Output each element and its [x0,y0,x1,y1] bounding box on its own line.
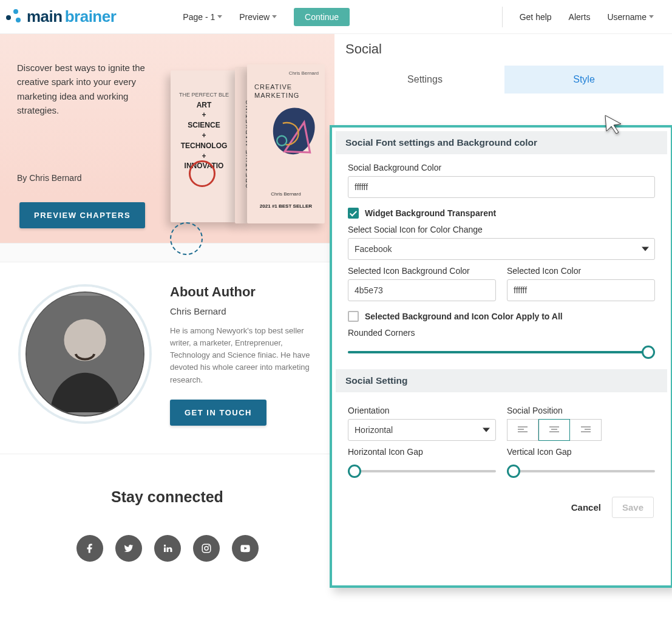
get-help-link[interactable]: Get help [520,12,552,22]
svg-point-5 [208,545,209,547]
transparent-label: Widget Background Transparent [365,208,496,218]
align-right-icon [581,426,591,434]
align-center-button[interactable] [538,419,570,441]
tab-style[interactable]: Style [504,66,664,94]
topbar: mainbrainer Page - 1 Preview Continue Ge… [0,0,672,34]
book-front: Chris Bernard CREATIVE MARKETING Chris B… [247,64,325,223]
abstract-art-icon [270,103,319,158]
vgap-slider[interactable] [507,465,655,477]
panel-actions: Cancel Save [336,488,667,526]
preview-canvas: Discover best ways to ignite the creativ… [0,34,334,562]
twitter-icon[interactable] [115,535,142,562]
facebook-icon[interactable] [76,535,103,562]
save-button[interactable]: Save [612,497,654,518]
rounded-corners-label: Rounded Corners [348,328,655,338]
panel-tabs: Settings Style [345,66,664,94]
chevron-down-icon [642,247,649,251]
bg-color-input[interactable] [348,176,655,198]
section-header-setting: Social Setting [336,369,667,392]
right-panel: Social Settings Style Social Font settin… [334,34,672,94]
chevron-down-icon [217,15,222,18]
icon-color-input[interactable] [507,279,655,301]
hgap-slider[interactable] [348,465,496,477]
orientation-select[interactable] [348,419,496,441]
page-dropdown[interactable]: Page - 1 [183,12,222,22]
vgap-label: Vertical Icon Gap [507,447,655,457]
username-dropdown[interactable]: Username [607,12,654,22]
person-photo-icon [27,293,143,415]
dashed-circle-icon [170,222,203,255]
icon-bg-label: Selected Icon Background Color [348,266,496,276]
author-avatar [18,284,152,424]
icon-select-label: Select Social Icon for Color Change [348,225,655,234]
get-in-touch-button[interactable]: GET IN TOUCH [170,400,266,426]
transparent-checkbox-row: Widget Background Transparent [348,208,655,219]
preview-dropdown[interactable]: Preview [239,12,277,22]
icon-select[interactable] [348,238,655,260]
circle-icon [189,160,216,187]
social-position-buttons [507,419,655,441]
preview-chapters-button[interactable]: PREVIEW CHAPTERS [19,202,145,228]
cursor-pointer-icon [603,113,625,137]
align-left-icon [518,426,528,434]
top-right: Get help Alerts Username [502,7,666,27]
footer-section: Stay connected [0,454,334,562]
svg-point-2 [64,319,106,361]
chevron-down-icon [272,15,277,18]
logo[interactable]: mainbrainer [6,7,116,26]
separator [502,7,503,27]
social-icons-row [0,535,334,562]
author-name: Chris Bernard [170,306,316,316]
chevron-down-icon [649,15,654,18]
instagram-icon[interactable] [193,535,220,562]
hgap-label: Horizontal Icon Gap [348,447,496,457]
chevron-down-icon [483,428,490,432]
align-right-button[interactable] [570,419,602,441]
apply-all-row: Selected Background and Icon Color Apply… [348,311,655,322]
youtube-icon[interactable] [232,535,259,562]
cancel-button[interactable]: Cancel [571,502,601,513]
logo-icon [6,9,22,25]
tab-settings[interactable]: Settings [345,66,504,94]
hero-text: Discover best ways to ignite the creativ… [17,61,163,117]
alerts-link[interactable]: Alerts [569,12,591,22]
linkedin-icon[interactable] [154,535,181,562]
book-spine: CREATIVE MARKETING [235,67,248,223]
top-center: Page - 1 Preview Continue [183,8,350,26]
icon-bg-input[interactable] [348,279,496,301]
author-heading: About Author [170,284,316,300]
author-section: About Author Chris Bernard He is among N… [0,262,334,454]
author-bio: He is among Newyork's top best seller wr… [170,325,316,386]
svg-point-4 [205,547,208,550]
panel-title: Social [345,41,664,57]
book-mockup: THE PERFECT BLEART + SCIENCE + TECHNOLOG… [167,58,331,240]
continue-button[interactable]: Continue [294,8,350,26]
orientation-label: Orientation [348,406,496,415]
hero-section: Discover best ways to ignite the creativ… [0,34,334,243]
icon-color-label: Selected Icon Color [507,266,655,276]
gray-spacer [0,243,334,262]
bg-color-label: Social Background Color [348,163,655,172]
style-panel: Social Font settings and Background colo… [330,125,672,588]
social-position-label: Social Position [507,406,655,415]
apply-all-label: Selected Background and Icon Color Apply… [365,312,563,321]
align-center-icon [549,426,559,434]
rounded-corners-slider[interactable] [348,346,655,358]
author-info: About Author Chris Bernard He is among N… [170,284,316,426]
align-left-button[interactable] [507,419,538,441]
footer-heading: Stay connected [0,488,334,506]
book-back: THE PERFECT BLEART + SCIENCE + TECHNOLOG… [171,70,237,222]
apply-all-checkbox[interactable] [348,311,359,322]
transparent-checkbox[interactable] [348,208,359,219]
